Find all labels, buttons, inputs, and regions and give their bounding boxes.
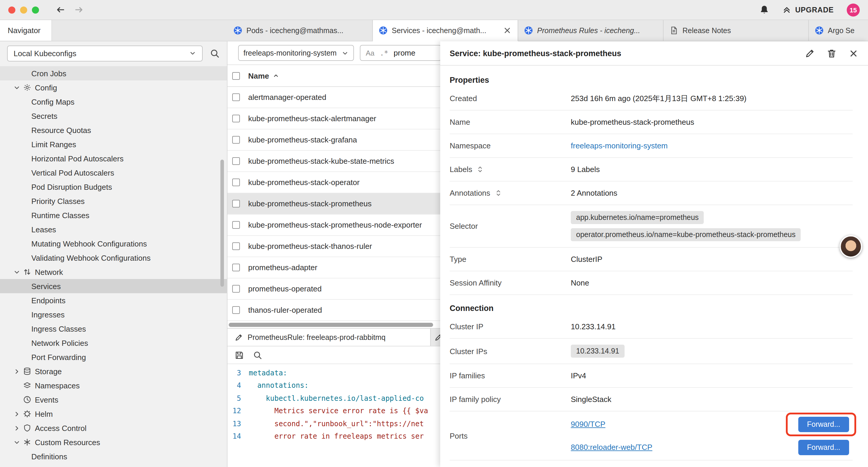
select-all-checkbox[interactable] (232, 72, 240, 80)
avatar[interactable] (840, 235, 862, 258)
notifications-bell-icon[interactable] (759, 5, 769, 15)
port-link[interactable]: 9090/TCP (571, 420, 606, 429)
row-checkbox[interactable] (232, 136, 240, 144)
sidebar-item-config-maps[interactable]: Config Maps (0, 95, 227, 109)
close-traffic-light[interactable] (8, 6, 16, 13)
regex-toggle[interactable]: .* (380, 49, 388, 57)
detail-label: Selector (450, 222, 571, 231)
sort-updown-icon[interactable] (494, 189, 502, 197)
row-checkbox[interactable] (232, 200, 240, 207)
back-icon[interactable] (56, 5, 66, 15)
port-link[interactable]: 8080:reloader-web/TCP (571, 443, 652, 451)
app-body: Local Kubeconfigs Cron JobsConfigConfig … (0, 41, 868, 467)
sidebar-scrollbar[interactable] (220, 159, 224, 287)
sidebar-item-runtime-classes[interactable]: Runtime Classes (0, 208, 227, 222)
sidebar-item-definitions[interactable]: Definitions (0, 449, 227, 463)
sidebar-item-helm[interactable]: Helm (0, 407, 227, 421)
tab-label: Pods - icecheng@mathmas... (246, 26, 343, 35)
detail-label: Created (450, 94, 571, 103)
service-name: kube-prometheus-stack-kube-state-metrics (248, 157, 394, 166)
sidebar-item-endpoints[interactable]: Endpoints (0, 293, 227, 308)
sidebar-item-ingress-classes[interactable]: Ingress Classes (0, 322, 227, 336)
sidebar-item-priority-classes[interactable]: Priority Classes (0, 194, 227, 208)
sidebar-item-leases[interactable]: Leases (0, 222, 227, 236)
sidebar-item-resource-quotas[interactable]: Resource Quotas (0, 123, 227, 137)
sidebar-item-horizontal-pod-autoscalers[interactable]: Horizontal Pod Autoscalers (0, 151, 227, 166)
sidebar-item-mutating-webhook-configurations[interactable]: Mutating Webhook Configurations (0, 236, 227, 251)
tab-close-icon[interactable] (503, 26, 512, 35)
namespace-link[interactable]: freeleaps-monitoring-system (571, 141, 668, 150)
tab-4[interactable]: Release Notes (663, 20, 809, 41)
delete-trash-icon[interactable] (827, 48, 837, 58)
sidebar-item-label: Access Control (35, 424, 87, 432)
table-row[interactable]: prometheus-operated (227, 279, 440, 300)
row-checkbox[interactable] (232, 115, 240, 122)
service-table-rows: alertmanager-operatedkube-prometheus-sta… (227, 87, 440, 321)
maximize-traffic-light[interactable] (32, 6, 39, 13)
row-checkbox[interactable] (232, 157, 240, 165)
table-row[interactable]: kube-prometheus-stack-grafana (227, 129, 440, 151)
match-case-toggle[interactable]: Aa (366, 49, 374, 57)
notification-count-badge[interactable]: 15 (847, 3, 860, 16)
dock-tab-partial[interactable] (431, 329, 440, 346)
sidebar-item-secrets[interactable]: Secrets (0, 109, 227, 123)
namespace-select[interactable]: freeleaps-monitoring-system (238, 45, 354, 61)
table-row[interactable]: thanos-ruler-operated (227, 300, 440, 321)
forward-icon[interactable] (74, 5, 84, 15)
sidebar-item-cron-jobs[interactable]: Cron Jobs (0, 66, 227, 80)
row-checkbox[interactable] (232, 93, 240, 101)
minimize-traffic-light[interactable] (20, 6, 27, 13)
table-row[interactable]: kube-prometheus-stack-prometheus (227, 193, 440, 214)
editor-search-icon[interactable] (253, 350, 262, 360)
tab-2[interactable]: Services - icecheng@math... (373, 20, 518, 41)
save-icon[interactable] (235, 350, 244, 360)
forward-button[interactable]: Forward... (798, 439, 849, 455)
table-row[interactable]: kube-prometheus-stack-alertmanager (227, 108, 440, 129)
sidebar-item-config[interactable]: Config (0, 80, 227, 95)
sidebar-item-label: Vertical Pod Autoscalers (31, 168, 114, 177)
tab-1[interactable]: Pods - icecheng@mathmas... (227, 20, 373, 41)
sort-updown-icon[interactable] (476, 166, 484, 173)
sidebar-item-limit-ranges[interactable]: Limit Ranges (0, 137, 227, 151)
table-row[interactable]: kube-prometheus-stack-thanos-ruler (227, 236, 440, 257)
tab-5[interactable]: Argo Se (809, 20, 868, 41)
row-checkbox[interactable] (232, 178, 240, 186)
yaml-editor[interactable]: 3metadata:4 annotations:5 kubectl.kubern… (227, 364, 440, 467)
name-column-header[interactable]: Name (248, 71, 280, 80)
sidebar-item-validating-webhook-configurations[interactable]: Validating Webhook Configurations (0, 251, 227, 265)
row-checkbox[interactable] (232, 242, 240, 250)
dock-tab-label: PrometheusRule: freeleaps-prod-rabbitmq (248, 333, 385, 341)
chevron-down-icon (12, 84, 21, 91)
sidebar-item-vertical-pod-autoscalers[interactable]: Vertical Pod Autoscalers (0, 166, 227, 180)
row-checkbox[interactable] (232, 221, 240, 229)
sidebar-item-namespaces[interactable]: Namespaces (0, 378, 227, 392)
table-row[interactable]: kube-prometheus-stack-prometheus-node-ex… (227, 214, 440, 236)
sidebar-item-events[interactable]: Events (0, 392, 227, 407)
search-input[interactable]: Aa .* prome (360, 45, 441, 61)
edit-pencil-icon[interactable] (805, 48, 815, 58)
table-row[interactable]: alertmanager-operated (227, 87, 440, 108)
table-row[interactable]: prometheus-adapter (227, 257, 440, 279)
row-checkbox[interactable] (232, 285, 240, 293)
sidebar-item-network[interactable]: Network (0, 265, 227, 279)
close-icon[interactable] (848, 48, 859, 58)
table-row[interactable]: kube-prometheus-stack-operator (227, 172, 440, 193)
tab-3[interactable]: Prometheus Rules - icecheng... (518, 20, 663, 41)
sidebar-item-ingresses[interactable]: Ingresses (0, 308, 227, 322)
table-row[interactable]: kube-prometheus-stack-kube-state-metrics (227, 151, 440, 172)
upgrade-button[interactable]: UPGRADE (782, 5, 834, 14)
sidebar-item-storage[interactable]: Storage (0, 364, 227, 378)
forward-button[interactable]: Forward... (798, 416, 849, 432)
horizontal-scrollbar-thumb[interactable] (229, 323, 433, 327)
row-checkbox[interactable] (232, 264, 240, 271)
sidebar-search-icon[interactable] (210, 48, 220, 58)
sidebar-item-custom-resources[interactable]: Custom Resources (0, 435, 227, 449)
dock-tab-prometheusrule[interactable]: PrometheusRule: freeleaps-prod-rabbitmq (227, 329, 431, 346)
kubeconfig-select[interactable]: Local Kubeconfigs (7, 45, 203, 61)
sidebar-item-network-policies[interactable]: Network Policies (0, 336, 227, 350)
row-checkbox[interactable] (232, 306, 240, 314)
sidebar-item-pod-disruption-budgets[interactable]: Pod Disruption Budgets (0, 180, 227, 194)
sidebar-item-services[interactable]: Services (0, 279, 227, 293)
sidebar-item-port-forwarding[interactable]: Port Forwarding (0, 350, 227, 364)
sidebar-item-access-control[interactable]: Access Control (0, 421, 227, 435)
